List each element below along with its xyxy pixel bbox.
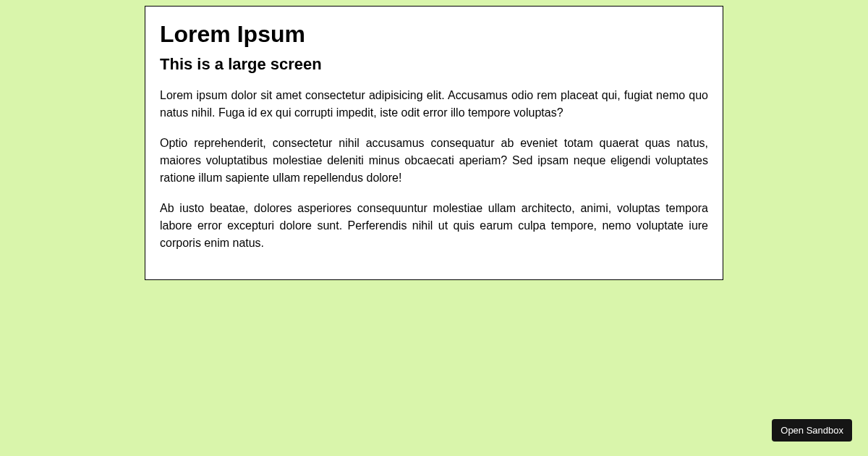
paragraph-text: Optio reprehenderit, consectetur nihil a…: [160, 135, 708, 187]
open-sandbox-button[interactable]: Open Sandbox: [772, 419, 852, 442]
paragraph-text: Ab iusto beatae, dolores asperiores cons…: [160, 200, 708, 252]
paragraph-text: Lorem ipsum dolor sit amet consectetur a…: [160, 87, 708, 122]
page-subtitle: This is a large screen: [160, 55, 708, 74]
page-title: Lorem Ipsum: [160, 21, 708, 48]
content-card: Lorem Ipsum This is a large screen Lorem…: [145, 6, 723, 280]
